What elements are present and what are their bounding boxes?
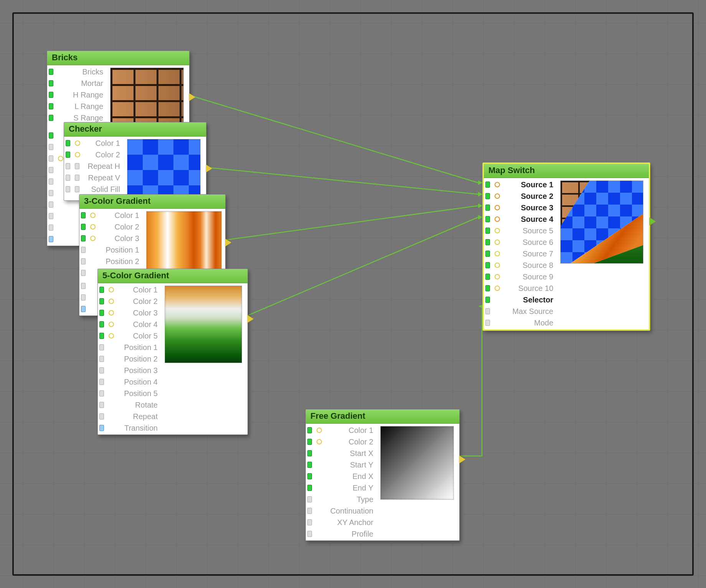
param-label: Source 7 xyxy=(502,249,559,258)
preview-thumbnail xyxy=(146,211,222,273)
param-label: Type xyxy=(318,495,379,504)
param-label: Bricks xyxy=(59,68,109,76)
param-label: Source 5 xyxy=(502,226,559,235)
param-label: Color 3 xyxy=(98,234,145,243)
param-label: H Range xyxy=(59,91,109,99)
param-label: Source 3 xyxy=(502,203,559,212)
node-checker[interactable]: Checker Color 1 Color 2 Repeat H Repeat … xyxy=(64,122,206,201)
param-label: Start Y xyxy=(318,461,379,469)
svg-marker-3 xyxy=(478,215,483,220)
preview-thumbnail xyxy=(165,286,242,363)
param-label: Color 4 xyxy=(116,320,163,329)
param-label: Source 9 xyxy=(502,273,559,281)
preview-thumbnail xyxy=(560,180,643,264)
param-label: Position 1 xyxy=(92,246,145,254)
output-port[interactable] xyxy=(189,93,195,101)
param-label: Position 2 xyxy=(110,355,163,363)
param-label: Source 4 xyxy=(502,215,559,224)
output-port[interactable] xyxy=(206,165,212,172)
param-label: S Range xyxy=(59,114,109,122)
param-label: Position 4 xyxy=(110,378,163,386)
output-port[interactable] xyxy=(459,456,465,463)
param-label: End Y xyxy=(318,484,379,492)
param-label: Color 1 xyxy=(324,426,379,435)
param-label: XY Anchor xyxy=(318,518,379,527)
param-label: Color 2 xyxy=(324,438,379,446)
preview-thumbnail xyxy=(127,139,201,197)
node-title[interactable]: 3-Color Gradient xyxy=(79,195,225,209)
output-port[interactable] xyxy=(247,315,254,323)
param-label: Color 5 xyxy=(116,332,163,340)
svg-marker-0 xyxy=(478,180,483,185)
output-port[interactable] xyxy=(225,239,231,246)
svg-marker-1 xyxy=(478,192,483,197)
output-port[interactable] xyxy=(650,218,656,225)
param-label: Source 1 xyxy=(502,180,559,189)
param-label: Color 1 xyxy=(82,139,125,148)
node-map-switch[interactable]: Map Switch Source 1 Source 2 Source 3 So… xyxy=(483,163,650,330)
param-label: Repeat H xyxy=(82,162,125,171)
param-label: L Range xyxy=(59,102,109,111)
node-title[interactable]: 5-Color Gradient xyxy=(98,269,247,283)
node-title[interactable]: Free Gradient xyxy=(306,410,459,424)
param-label: Max Source xyxy=(496,307,559,316)
param-label: Color 2 xyxy=(98,223,145,231)
preview-thumbnail xyxy=(110,68,184,126)
param-label: Transition xyxy=(110,424,163,433)
param-label: Position 5 xyxy=(110,389,163,398)
param-label: Source 10 xyxy=(502,284,559,293)
param-label: Mode xyxy=(496,319,559,327)
node-title[interactable]: Map Switch xyxy=(484,164,649,178)
param-label: Mortar xyxy=(59,79,109,88)
param-label: Color 2 xyxy=(82,150,125,159)
param-label: Continuation xyxy=(318,507,379,515)
param-label: Position 1 xyxy=(110,343,163,352)
node-free-gradient[interactable]: Free Gradient Color 1 Color 2 Start X St… xyxy=(305,409,460,541)
param-label: Source 8 xyxy=(502,261,559,270)
param-label: Source 6 xyxy=(502,238,559,247)
param-label: Position 3 xyxy=(110,366,163,375)
param-label: Repeat xyxy=(110,412,163,421)
param-label: Profile xyxy=(318,530,379,538)
param-label: Start X xyxy=(318,449,379,458)
param-label: Color 2 xyxy=(116,297,163,306)
param-label: Source 2 xyxy=(502,192,559,201)
param-label: Repeat V xyxy=(82,173,125,182)
svg-marker-2 xyxy=(478,203,483,208)
node-title[interactable]: Bricks xyxy=(47,51,189,65)
param-label: Selector xyxy=(496,296,559,304)
param-label: Position 2 xyxy=(92,257,145,266)
param-label: Rotate xyxy=(110,401,163,410)
preview-thumbnail xyxy=(380,426,454,500)
canvas-frame: Bricks Bricks Mortar H Range L Range S R… xyxy=(12,12,694,576)
node-title[interactable]: Checker xyxy=(64,122,206,137)
node-5-color-gradient[interactable]: 5-Color Gradient Color 1 Color 2 Color 3… xyxy=(97,269,248,435)
param-label: Color 1 xyxy=(116,286,163,294)
param-label: Color 1 xyxy=(98,211,145,220)
param-label: End X xyxy=(318,472,379,481)
param-label: Color 3 xyxy=(116,309,163,317)
param-label: Solid Fill xyxy=(82,185,125,194)
